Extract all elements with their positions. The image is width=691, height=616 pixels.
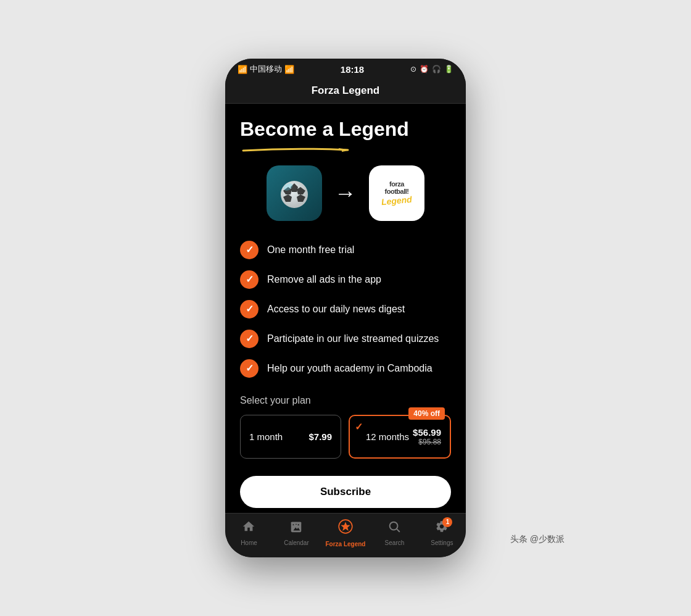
hero-title: Become a Legend — [240, 119, 451, 140]
feature-item-4: Participate in our live streamed quizzes — [240, 330, 451, 348]
status-time: 18:18 — [341, 64, 364, 75]
nav-title: Forza Legend — [312, 85, 380, 96]
tab-search[interactable]: Search — [376, 520, 413, 546]
yearly-plan-card[interactable]: 40% off ✓ 12 months $56.99 $95.88 — [349, 415, 451, 459]
status-bar: 📶 中国移动 📶 18:18 ⊙ ⏰ 🎧 🔋 — [225, 59, 466, 78]
wifi-icon: 📶 — [284, 65, 294, 74]
status-icons: ⊙ ⏰ 🎧 🔋 — [410, 65, 453, 73]
tab-bar: Home Calendar Forza Legend — [225, 513, 466, 557]
hero-underline-decoration — [240, 143, 351, 148]
tab-home[interactable]: Home — [230, 520, 267, 546]
source-app-icon — [267, 165, 322, 221]
check-icon-5 — [240, 359, 259, 378]
tab-search-label: Search — [385, 539, 405, 546]
subscribe-button[interactable]: Subscribe — [240, 476, 451, 508]
feature-text-2: Remove all ads in the app — [267, 274, 381, 285]
watermark: 头条 @少数派 — [510, 534, 565, 545]
alarm-icon: ⏰ — [420, 65, 429, 73]
plan-section: Select your plan 1 month $7.99 40% off ✓… — [240, 395, 451, 459]
feature-list: One month free trial Remove all ads in t… — [240, 241, 451, 378]
signal-icon: 📶 — [238, 65, 247, 74]
headphone-icon: 🎧 — [432, 65, 441, 73]
discount-badge: 40% off — [408, 407, 445, 420]
search-icon — [387, 520, 401, 537]
svg-rect-7 — [291, 522, 302, 523]
arrow-icon: → — [334, 180, 357, 206]
yearly-plan-old-price: $95.88 — [413, 438, 441, 446]
feature-item-3: Access to our daily news digest — [240, 300, 451, 318]
feature-text-3: Access to our daily news digest — [267, 304, 405, 315]
tab-home-label: Home — [241, 539, 257, 546]
feature-item-5: Help our youth academy in Cambodia — [240, 359, 451, 378]
tab-calendar[interactable]: Calendar — [278, 520, 315, 546]
feature-text-5: Help our youth academy in Cambodia — [267, 363, 432, 374]
main-content: Become a Legend — [225, 104, 466, 512]
monthly-plan-label: 1 month — [249, 431, 283, 442]
app-icons-row: → forza football! Legend — [240, 165, 451, 221]
navigation-bar: Forza Legend — [225, 78, 466, 104]
yearly-plan-price: $56.99 — [413, 427, 441, 438]
feature-text-1: One month free trial — [267, 244, 354, 256]
subscribe-button-wrapper: Subscribe — [240, 468, 451, 513]
check-icon-4 — [240, 330, 259, 348]
device-frame: 📶 中国移动 📶 18:18 ⊙ ⏰ 🎧 🔋 Forza Legend Beco… — [225, 59, 466, 557]
svg-marker-9 — [341, 522, 350, 531]
plan-cards-container: 1 month $7.99 40% off ✓ 12 months $56.99… — [240, 415, 451, 459]
monthly-plan-price: $7.99 — [308, 431, 332, 442]
battery-icon: 🔋 — [444, 65, 453, 73]
tab-forza-label: Forza Legend — [325, 541, 365, 547]
screen-record-icon: ⊙ — [410, 65, 416, 73]
check-icon-2 — [240, 270, 259, 289]
settings-icon: 1 — [435, 520, 449, 537]
feature-item-1: One month free trial — [240, 241, 451, 259]
tab-settings-label: Settings — [431, 539, 453, 546]
plan-selected-check: ✓ — [355, 421, 363, 433]
carrier-label: 中国移动 — [250, 64, 282, 75]
check-icon-3 — [240, 300, 259, 318]
tab-calendar-label: Calendar — [284, 539, 309, 546]
target-app-icon: forza football! Legend — [369, 165, 424, 221]
plan-section-label: Select your plan — [240, 395, 451, 406]
feature-text-4: Participate in our live streamed quizzes — [267, 333, 439, 344]
forza-legend-icon — [337, 518, 354, 538]
status-carrier: 📶 中国移动 📶 — [238, 64, 294, 75]
tab-settings[interactable]: 1 Settings — [423, 520, 460, 546]
feature-item-2: Remove all ads in the app — [240, 270, 451, 289]
tab-forza-legend[interactable]: Forza Legend — [325, 518, 365, 547]
svg-line-11 — [397, 529, 400, 531]
check-icon-1 — [240, 241, 259, 259]
calendar-icon — [289, 520, 303, 537]
monthly-plan-card[interactable]: 1 month $7.99 — [240, 415, 341, 459]
settings-notification-badge: 1 — [442, 517, 452, 527]
yearly-plan-label: 12 months — [358, 431, 409, 442]
home-icon — [242, 520, 255, 537]
